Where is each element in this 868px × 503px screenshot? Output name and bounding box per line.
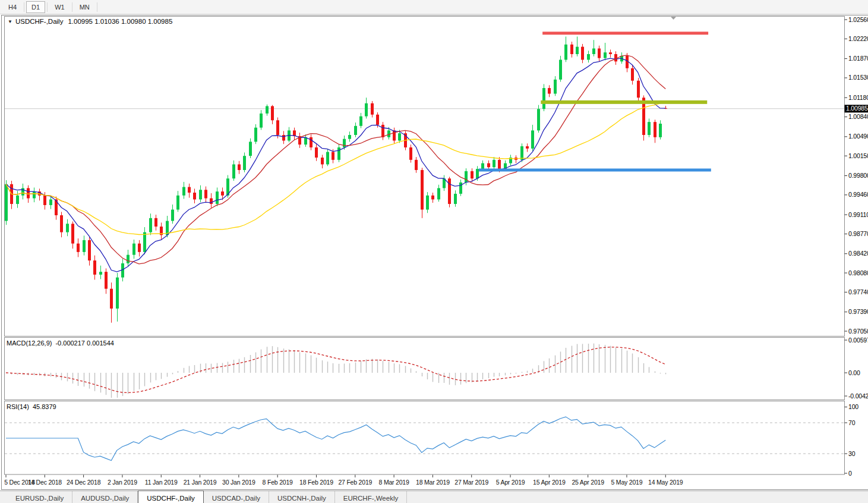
toolbar-separator — [47, 2, 48, 12]
candle-bull — [659, 124, 662, 137]
date-axis-label: 18 Feb 2019 — [299, 479, 333, 486]
candle-bull — [454, 194, 457, 204]
candle-bull — [49, 199, 52, 205]
candle-bull — [127, 255, 130, 263]
timeframe-button-d1[interactable]: D1 — [26, 1, 45, 13]
candle-bull — [66, 224, 69, 232]
ma-mid-line — [6, 55, 665, 264]
date-axis-label: 15 Apr 2019 — [533, 479, 566, 486]
price-axis-label: 1.00150 — [848, 152, 868, 159]
date-axis-label: 11 Jan 2019 — [145, 479, 178, 486]
candle-bull — [493, 160, 495, 167]
candle-bear — [598, 49, 601, 58]
candle-bull — [99, 272, 102, 275]
rsi-value: 45.8379 — [33, 403, 56, 410]
rsi-pane-frame — [5, 401, 845, 475]
candle-bear — [88, 240, 91, 260]
candle-bear — [332, 152, 334, 160]
candle-bull — [537, 109, 540, 130]
date-axis-label: 18 Mar 2019 — [416, 479, 450, 486]
candle-bull — [5, 184, 8, 221]
price-axis-label: 0.97390 — [848, 308, 868, 315]
candle-bear — [415, 160, 418, 170]
date-axis-label: 14 Dec 2018 — [28, 479, 62, 486]
timeframe-button-w1[interactable]: W1 — [49, 1, 70, 13]
candle-bear — [654, 122, 656, 137]
candle-bear — [193, 193, 196, 199]
candle-bear — [376, 115, 379, 125]
candle-bull — [587, 54, 590, 60]
candle-bull — [348, 135, 351, 139]
candle-bear — [487, 164, 490, 168]
candle-bull — [171, 210, 174, 221]
chart-window-frame — [2, 15, 868, 490]
candle-bull — [199, 190, 202, 199]
timeframe-button-mn[interactable]: MN — [74, 1, 95, 13]
chart-ohlc-values: 1.00995 1.01036 1.00980 1.00985 — [68, 18, 172, 25]
candle-bull — [232, 164, 235, 178]
timeframe-toolbar: H4D1W1MN — [0, 0, 868, 14]
chart-tab-usdcnh[interactable]: USDCNH-,Daily — [269, 491, 335, 503]
price-axis-label: 0.97050 — [848, 328, 868, 335]
chart-canvas[interactable]: 1.025601.022201.018701.015301.011801.008… — [0, 0, 868, 503]
candle-bear — [138, 244, 141, 252]
date-axis-label: 8 Mar 2019 — [379, 479, 409, 486]
chart-tab-usdcad[interactable]: USDCAD-,Daily — [204, 491, 269, 503]
candle-bear — [71, 224, 74, 243]
candle-bear — [221, 191, 224, 196]
chart-tab-eurusd[interactable]: EURUSD-,Daily — [7, 491, 72, 503]
rsi-name: RSI(14) — [7, 403, 29, 410]
timeframe-button-h4[interactable]: H4 — [3, 1, 22, 13]
candle-bull — [365, 103, 368, 117]
candle-bull — [243, 156, 246, 170]
chart-tab-audusd[interactable]: AUDUSD-,Daily — [72, 491, 138, 503]
candle-bear — [321, 158, 324, 164]
candle-bull — [531, 130, 534, 148]
toolbar-separator — [97, 2, 97, 12]
price-axis-label: 1.02560 — [848, 16, 868, 23]
ma-fast-line — [6, 58, 665, 272]
price-axis-label: 0.97740 — [848, 288, 868, 295]
chart-tab-usdchf[interactable]: USDCHF-,Daily — [138, 491, 204, 503]
candle-bull — [337, 147, 340, 160]
mt4-terminal: { "toolbar": { "timeframes": [ {"label":… — [0, 0, 868, 503]
candle-bull — [426, 196, 429, 210]
candle-bull — [576, 47, 579, 54]
rsi-axis-label: 0 — [848, 470, 852, 477]
candle-bull — [604, 52, 607, 58]
chart-title: ▼USDCHF-,Daily1.00995 1.01036 1.00980 1.… — [8, 18, 172, 25]
macd-axis-label: -0.00424 — [848, 392, 868, 400]
candle-bull — [354, 126, 357, 135]
chart-dropdown-icon[interactable]: ▼ — [8, 19, 12, 24]
chart-tab-eurchf[interactable]: EURCHF-,Weekly — [335, 491, 407, 503]
rsi-axis-label: 100 — [848, 403, 858, 410]
candle-bull — [459, 183, 462, 194]
price-pane-frame — [5, 17, 845, 337]
rsi-axis-label: 30 — [848, 450, 856, 457]
candle-bull — [648, 122, 651, 135]
candle-bear — [105, 272, 108, 289]
candle-bear — [271, 106, 274, 121]
candle-bear — [570, 45, 573, 54]
price-axis-label: 0.98420 — [848, 250, 868, 257]
candle-bull — [359, 117, 362, 126]
price-axis-label: 0.98080 — [848, 269, 868, 276]
candle-bull — [559, 60, 562, 80]
candle-bear — [431, 196, 434, 200]
candle-bull — [21, 188, 24, 195]
candle-bear — [154, 218, 157, 227]
candle-bear — [471, 171, 474, 178]
candle-bear — [210, 199, 213, 205]
candle-bear — [93, 260, 96, 275]
price-axis-label: 0.99460 — [848, 191, 868, 198]
candle-bear — [498, 160, 501, 169]
candle-bear — [614, 54, 617, 61]
candle-bull — [592, 49, 595, 55]
candle-bull — [542, 88, 545, 109]
candle-bull — [216, 191, 219, 204]
candle-bear — [188, 187, 191, 193]
candle-bull — [476, 169, 479, 178]
candle-bull — [83, 240, 86, 252]
candle-bear — [581, 47, 584, 60]
candle-bull — [266, 106, 269, 114]
